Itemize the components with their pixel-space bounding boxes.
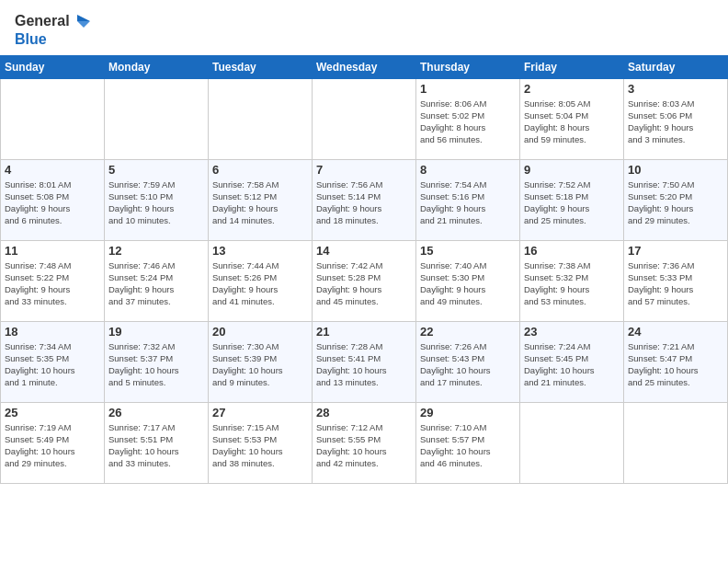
week-row-1: 1Sunrise: 8:06 AM Sunset: 5:02 PM Daylig… [1,78,728,159]
day-number: 9 [524,163,620,177]
logo-blue-text: Blue [15,31,92,48]
day-number: 14 [316,244,412,258]
day-info: Sunrise: 8:01 AM Sunset: 5:08 PM Dayligh… [5,178,100,227]
day-number: 11 [5,244,100,258]
calendar-cell: 14Sunrise: 7:42 AM Sunset: 5:28 PM Dayli… [313,240,416,321]
week-row-5: 25Sunrise: 7:19 AM Sunset: 5:49 PM Dayli… [1,402,728,483]
day-info: Sunrise: 7:12 AM Sunset: 5:55 PM Dayligh… [316,421,412,470]
day-info: Sunrise: 7:44 AM Sunset: 5:26 PM Dayligh… [212,259,308,308]
calendar-cell: 17Sunrise: 7:36 AM Sunset: 5:33 PM Dayli… [624,240,728,321]
calendar-cell: 29Sunrise: 7:10 AM Sunset: 5:57 PM Dayli… [416,402,520,483]
calendar-cell: 10Sunrise: 7:50 AM Sunset: 5:20 PM Dayli… [624,159,728,240]
logo-general-text: General [15,13,70,29]
calendar-cell: 4Sunrise: 8:01 AM Sunset: 5:08 PM Daylig… [1,159,105,240]
day-number: 26 [108,406,204,419]
day-info: Sunrise: 7:46 AM Sunset: 5:24 PM Dayligh… [108,259,204,308]
day-info: Sunrise: 7:50 AM Sunset: 5:20 PM Dayligh… [628,178,723,227]
day-info: Sunrise: 8:03 AM Sunset: 5:06 PM Dayligh… [628,98,723,146]
day-info: Sunrise: 7:32 AM Sunset: 5:37 PM Dayligh… [108,340,204,389]
calendar-cell: 26Sunrise: 7:17 AM Sunset: 5:51 PM Dayli… [105,402,209,483]
calendar-table: SundayMondayTuesdayWednesdayThursdayFrid… [0,55,728,484]
calendar-cell: 3Sunrise: 8:03 AM Sunset: 5:06 PM Daylig… [624,78,728,159]
day-number: 21 [316,325,412,339]
day-info: Sunrise: 7:42 AM Sunset: 5:28 PM Dayligh… [316,259,412,308]
page-header: General Blue [0,0,728,55]
weekday-header-tuesday: Tuesday [209,55,313,78]
calendar-cell: 13Sunrise: 7:44 AM Sunset: 5:26 PM Dayli… [209,240,313,321]
day-info: Sunrise: 7:21 AM Sunset: 5:47 PM Dayligh… [628,340,723,389]
calendar-cell [105,78,209,159]
calendar-cell [313,78,416,159]
calendar-cell [209,78,313,159]
day-info: Sunrise: 7:40 AM Sunset: 5:30 PM Dayligh… [420,259,516,308]
day-number: 22 [420,325,516,339]
logo: General Blue [15,11,92,48]
day-info: Sunrise: 7:34 AM Sunset: 5:35 PM Dayligh… [5,340,100,389]
day-info: Sunrise: 7:15 AM Sunset: 5:53 PM Dayligh… [212,421,308,470]
calendar-cell: 12Sunrise: 7:46 AM Sunset: 5:24 PM Dayli… [105,240,209,321]
calendar-cell: 16Sunrise: 7:38 AM Sunset: 5:32 PM Dayli… [520,240,624,321]
calendar-cell: 18Sunrise: 7:34 AM Sunset: 5:35 PM Dayli… [1,321,105,402]
calendar-cell: 23Sunrise: 7:24 AM Sunset: 5:45 PM Dayli… [520,321,624,402]
logo-bird-icon [72,11,92,31]
day-number: 12 [108,244,204,258]
day-info: Sunrise: 8:05 AM Sunset: 5:04 PM Dayligh… [524,98,620,146]
day-number: 20 [212,325,308,339]
day-info: Sunrise: 7:24 AM Sunset: 5:45 PM Dayligh… [524,340,620,389]
day-info: Sunrise: 7:36 AM Sunset: 5:33 PM Dayligh… [628,259,723,308]
day-info: Sunrise: 7:19 AM Sunset: 5:49 PM Dayligh… [5,421,100,470]
weekday-header-monday: Monday [105,55,209,78]
day-info: Sunrise: 7:56 AM Sunset: 5:14 PM Dayligh… [316,178,412,227]
day-info: Sunrise: 7:52 AM Sunset: 5:18 PM Dayligh… [524,178,620,227]
calendar-cell [520,402,624,483]
day-number: 24 [628,325,723,339]
day-number: 8 [420,163,516,177]
weekday-header-saturday: Saturday [624,55,728,78]
calendar-cell: 8Sunrise: 7:54 AM Sunset: 5:16 PM Daylig… [416,159,520,240]
calendar-cell [1,78,105,159]
day-number: 17 [628,244,723,258]
svg-marker-1 [77,21,90,28]
day-info: Sunrise: 7:59 AM Sunset: 5:10 PM Dayligh… [108,178,204,227]
calendar-cell: 9Sunrise: 7:52 AM Sunset: 5:18 PM Daylig… [520,159,624,240]
day-info: Sunrise: 8:06 AM Sunset: 5:02 PM Dayligh… [420,98,516,146]
day-number: 4 [5,163,100,177]
weekday-header-thursday: Thursday [416,55,520,78]
day-number: 16 [524,244,620,258]
weekday-header-row: SundayMondayTuesdayWednesdayThursdayFrid… [1,55,728,78]
day-number: 18 [5,325,100,339]
calendar-cell: 7Sunrise: 7:56 AM Sunset: 5:14 PM Daylig… [313,159,416,240]
day-info: Sunrise: 7:17 AM Sunset: 5:51 PM Dayligh… [108,421,204,470]
day-number: 13 [212,244,308,258]
day-info: Sunrise: 7:38 AM Sunset: 5:32 PM Dayligh… [524,259,620,308]
day-number: 5 [108,163,204,177]
day-number: 7 [316,163,412,177]
day-number: 23 [524,325,620,339]
weekday-header-wednesday: Wednesday [313,55,416,78]
calendar-cell: 27Sunrise: 7:15 AM Sunset: 5:53 PM Dayli… [209,402,313,483]
day-info: Sunrise: 7:26 AM Sunset: 5:43 PM Dayligh… [420,340,516,389]
calendar-cell: 5Sunrise: 7:59 AM Sunset: 5:10 PM Daylig… [105,159,209,240]
week-row-3: 11Sunrise: 7:48 AM Sunset: 5:22 PM Dayli… [1,240,728,321]
day-number: 2 [524,82,620,96]
day-number: 15 [420,244,516,258]
calendar-cell: 6Sunrise: 7:58 AM Sunset: 5:12 PM Daylig… [209,159,313,240]
day-info: Sunrise: 7:28 AM Sunset: 5:41 PM Dayligh… [316,340,412,389]
calendar-cell: 1Sunrise: 8:06 AM Sunset: 5:02 PM Daylig… [416,78,520,159]
weekday-header-sunday: Sunday [1,55,105,78]
calendar-cell [624,402,728,483]
day-info: Sunrise: 7:58 AM Sunset: 5:12 PM Dayligh… [212,178,308,227]
day-number: 25 [5,406,100,419]
svg-marker-0 [77,15,90,21]
day-number: 10 [628,163,723,177]
day-info: Sunrise: 7:10 AM Sunset: 5:57 PM Dayligh… [420,421,516,470]
day-number: 3 [628,82,723,96]
week-row-4: 18Sunrise: 7:34 AM Sunset: 5:35 PM Dayli… [1,321,728,402]
logo-graphic: General Blue [15,11,92,48]
weekday-header-friday: Friday [520,55,624,78]
calendar-cell: 2Sunrise: 8:05 AM Sunset: 5:04 PM Daylig… [520,78,624,159]
day-number: 28 [316,406,412,419]
calendar-cell: 15Sunrise: 7:40 AM Sunset: 5:30 PM Dayli… [416,240,520,321]
day-number: 29 [420,406,516,419]
day-number: 27 [212,406,308,419]
